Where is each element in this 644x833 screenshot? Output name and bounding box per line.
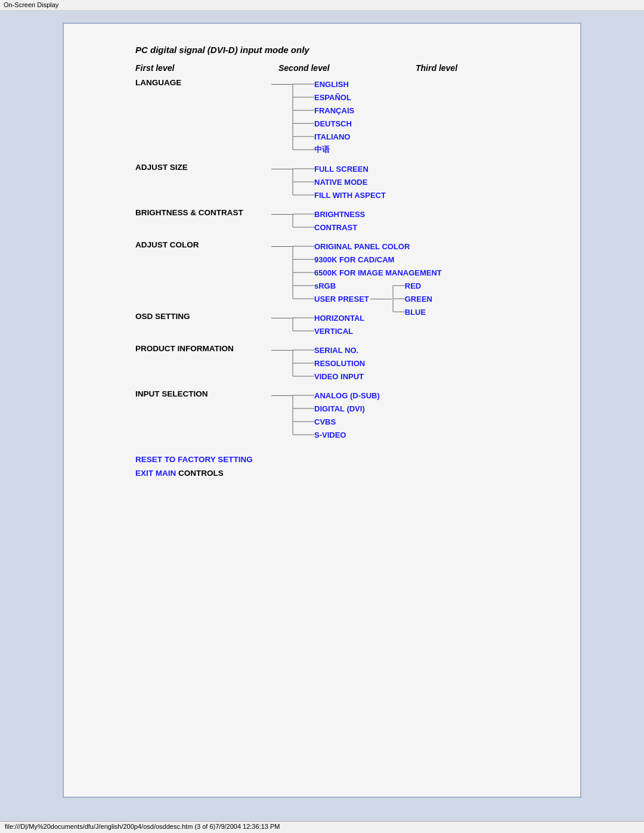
second-level-text: ANALOG (D-SUB)	[314, 391, 380, 400]
third-level-text: GREEN	[405, 295, 432, 304]
bottom-items: RESET TO FACTORY SETTING EXIT MAIN CONTR…	[135, 453, 556, 481]
second-level-group: ENGLISHESPAÑOLFRANÇAISDEUTSCHITALIANO中语	[293, 78, 354, 156]
menu-section-2: BRIGHTNESS & CONTRASTBRIGHTNESSCONTRAST	[135, 208, 556, 234]
second-level-group: ORIGINAL PANEL COLOR9300K FOR CAD/CAM650…	[293, 240, 442, 305]
footer-text: file:///D|/My%20documents/dfu/J/english/…	[5, 823, 280, 830]
second-level-item: USER PRESETREDGREENBLUE	[293, 292, 442, 305]
second-level-text: SERIAL NO.	[314, 346, 358, 355]
second-level-text: 9300K FOR CAD/CAM	[314, 255, 394, 264]
menu-section-0: LANGUAGEENGLISHESPAÑOLFRANÇAISDEUTSCHITA…	[135, 78, 556, 156]
third-level-text: RED	[405, 281, 421, 290]
second-level-item: VIDEO INPUT	[293, 370, 365, 383]
second-level-item: ANALOG (D-SUB)	[293, 389, 380, 402]
second-level-text: ORIGINAL PANEL COLOR	[314, 242, 410, 251]
first-level-label: INPUT SELECTION	[135, 389, 271, 398]
second-level-item: VERTICAL	[293, 324, 364, 337]
second-level-item: BRIGHTNESS	[293, 208, 365, 221]
second-level-item: DIGITAL (DVI)	[293, 402, 380, 415]
menu-section-4: OSD SETTINGHORIZONTALVERTICAL	[135, 311, 556, 337]
second-level-text: S-VIDEO	[314, 431, 346, 439]
third-level-item: RED	[393, 279, 432, 292]
first-level-label: ADJUST SIZE	[135, 162, 271, 172]
document-page: PC digital signal (DVI-D) input mode onl…	[63, 23, 581, 798]
second-level-text: ENGLISH	[314, 80, 349, 89]
second-level-text: DEUTSCH	[314, 119, 352, 128]
second-level-item: SERIAL NO.	[293, 343, 365, 357]
second-level-text: ITALIANO	[314, 132, 350, 141]
second-level-text: 6500K FOR IMAGE MANAGEMENT	[314, 268, 442, 277]
second-level-group: ANALOG (D-SUB)DIGITAL (DVI)CVBSS-VIDEO	[293, 389, 380, 441]
second-level-item: FILL WITH ASPECT	[293, 188, 386, 202]
second-level-group: BRIGHTNESSCONTRAST	[293, 208, 365, 234]
second-level-text: VIDEO INPUT	[314, 372, 364, 381]
first-level-label: LANGUAGE	[135, 78, 271, 87]
third-level-group: REDGREENBLUE	[393, 279, 432, 318]
first-level-label: BRIGHTNESS & CONTRAST	[135, 208, 271, 217]
second-level-item: NATIVE MODE	[293, 175, 386, 188]
second-level-text: RESOLUTION	[314, 359, 365, 368]
menu-tree: LANGUAGEENGLISHESPAÑOLFRANÇAISDEUTSCHITA…	[135, 78, 556, 441]
second-level-item: 6500K FOR IMAGE MANAGEMENT	[293, 266, 442, 279]
col-header-third: Third level	[416, 63, 457, 73]
second-level-text: sRGB	[314, 281, 336, 290]
second-level-text: NATIVE MODE	[314, 178, 367, 187]
main-content: PC digital signal (DVI-D) input mode onl…	[0, 11, 644, 821]
second-level-text: 中语	[314, 144, 330, 155]
third-level-item: GREEN	[393, 292, 432, 305]
second-level-text: VERTICAL	[314, 327, 353, 336]
col-header-second: Second level	[278, 63, 416, 73]
second-level-item: 9300K FOR CAD/CAM	[293, 253, 442, 266]
second-level-text: CONTRAST	[314, 223, 357, 232]
reset-factory-setting: RESET TO FACTORY SETTING	[135, 453, 556, 467]
second-level-group: HORIZONTALVERTICAL	[293, 311, 364, 337]
first-level-label: OSD SETTING	[135, 311, 271, 321]
third-level-item: BLUE	[393, 305, 432, 318]
exit-main-controls: EXIT MAIN CONTROLS	[135, 467, 556, 481]
footer-bar: file:///D|/My%20documents/dfu/J/english/…	[0, 821, 644, 833]
second-level-item: ORIGINAL PANEL COLOR	[293, 240, 442, 253]
menu-section-5: PRODUCT INFORMATIONSERIAL NO.RESOLUTIONV…	[135, 343, 556, 383]
second-level-item: DEUTSCH	[293, 117, 354, 130]
first-level-label: ADJUST COLOR	[135, 240, 271, 249]
second-level-group: FULL SCREENNATIVE MODEFILL WITH ASPECT	[293, 162, 386, 202]
second-level-group: SERIAL NO.RESOLUTIONVIDEO INPUT	[293, 343, 365, 383]
second-level-text: USER PRESET	[314, 295, 369, 304]
second-level-item: ITALIANO	[293, 130, 354, 143]
second-level-text: DIGITAL (DVI)	[314, 404, 365, 413]
second-level-item: CVBS	[293, 415, 380, 428]
first-level-label: PRODUCT INFORMATION	[135, 343, 271, 353]
menu-section-1: ADJUST SIZEFULL SCREENNATIVE MODEFILL WI…	[135, 162, 556, 202]
title-text: On-Screen Display	[4, 1, 58, 8]
second-level-text: FRANÇAIS	[314, 106, 354, 115]
menu-section-6: INPUT SELECTIONANALOG (D-SUB)DIGITAL (DV…	[135, 389, 556, 441]
second-level-item: RESOLUTION	[293, 357, 365, 370]
col-header-first: First level	[135, 63, 278, 73]
second-level-text: BRIGHTNESS	[314, 210, 365, 219]
second-level-item: HORIZONTAL	[293, 311, 364, 324]
second-level-item: 中语	[293, 143, 354, 156]
third-level-text: BLUE	[405, 308, 426, 317]
title-bar: On-Screen Display	[0, 0, 644, 11]
page-subtitle: PC digital signal (DVI-D) input mode onl…	[135, 45, 556, 55]
second-level-item: FULL SCREEN	[293, 162, 386, 175]
second-level-item: CONTRAST	[293, 221, 365, 234]
second-level-text: ESPAÑOL	[314, 93, 351, 102]
second-level-item: ENGLISH	[293, 78, 354, 91]
second-level-text: FULL SCREEN	[314, 165, 369, 174]
second-level-item: S-VIDEO	[293, 428, 380, 441]
second-level-text: HORIZONTAL	[314, 314, 364, 323]
menu-section-3: ADJUST COLORORIGINAL PANEL COLOR9300K FO…	[135, 240, 556, 305]
second-level-item: FRANÇAIS	[293, 104, 354, 117]
column-headers: First level Second level Third level	[135, 63, 556, 73]
second-level-item: ESPAÑOL	[293, 91, 354, 104]
second-level-text: CVBS	[314, 417, 336, 426]
second-level-text: FILL WITH ASPECT	[314, 191, 386, 200]
